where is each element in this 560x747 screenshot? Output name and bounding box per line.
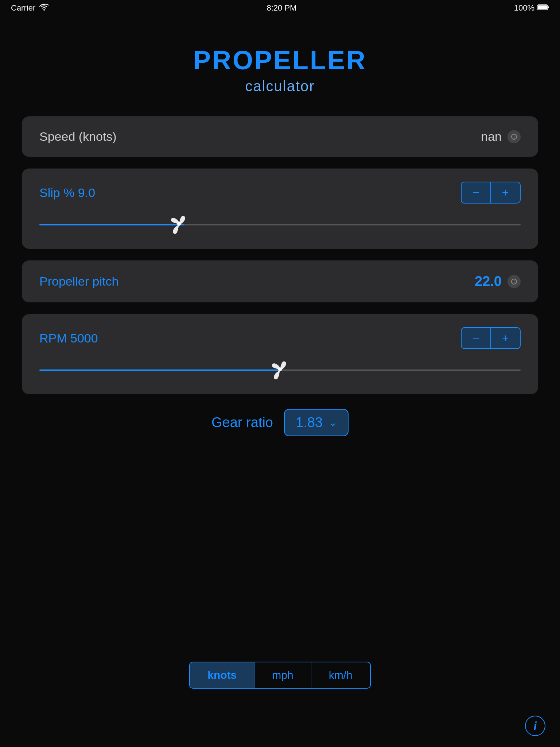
slip-increment-button[interactable]: + (491, 182, 520, 203)
rpm-header: RPM 5000 − + (39, 327, 521, 349)
app-subtitle: calculator (0, 78, 560, 94)
rpm-propeller-icon (269, 359, 291, 380)
battery-label: 100% (514, 3, 534, 13)
wifi-icon (39, 3, 49, 13)
main-content: Speed (knots) nan Slip % 9.0 − + (0, 116, 560, 394)
rpm-label: RPM 5000 (39, 331, 98, 345)
slip-label: Slip % 9.0 (39, 186, 95, 200)
pitch-value-row: 22.0 (475, 274, 521, 289)
gear-ratio-label: Gear ratio (211, 415, 273, 430)
unit-selector: knots mph km/h (0, 651, 560, 711)
info-button[interactable]: i (525, 716, 545, 736)
svg-rect-1 (538, 5, 547, 9)
speed-value-row: nan (481, 129, 521, 144)
slip-decrement-button[interactable]: − (462, 182, 491, 203)
rpm-card: RPM 5000 − + (22, 314, 538, 394)
unit-tabs: knots mph km/h (189, 662, 370, 689)
battery-icon (537, 3, 549, 13)
app-title: PROPELLER (0, 45, 560, 75)
speed-info-icon[interactable] (508, 130, 521, 143)
unit-tab-kmh[interactable]: km/h (311, 662, 370, 688)
gear-ratio-picker[interactable]: 1.83 ⌄ (284, 409, 349, 436)
pitch-value: 22.0 (475, 274, 502, 289)
gear-ratio-chevron-icon: ⌄ (328, 417, 337, 429)
slip-slider-container (39, 214, 521, 236)
gear-ratio-section: Gear ratio 1.83 ⌄ (0, 394, 560, 451)
unit-tab-knots[interactable]: knots (190, 662, 254, 688)
rpm-increment-button[interactable]: + (491, 328, 520, 348)
slip-card: Slip % 9.0 − + (22, 169, 538, 249)
rpm-slider-track[interactable] (39, 369, 521, 371)
svg-rect-2 (548, 6, 549, 8)
rpm-slider-container (39, 359, 521, 381)
carrier-label: Carrier (11, 3, 35, 13)
gear-ratio-value: 1.83 (296, 415, 323, 430)
status-time: 8:20 PM (267, 3, 297, 13)
slip-stepper: − + (461, 182, 521, 204)
unit-tab-mph[interactable]: mph (254, 662, 311, 688)
pitch-label: Propeller pitch (39, 274, 118, 289)
slip-slider-track[interactable] (39, 224, 521, 225)
slip-propeller-icon (168, 213, 190, 235)
pitch-card: Propeller pitch 22.0 (22, 260, 538, 302)
speed-label: Speed (knots) (39, 129, 117, 144)
status-bar: Carrier 8:20 PM 100% (0, 0, 560, 16)
slip-slider-thumb[interactable] (168, 213, 190, 236)
rpm-stepper: − + (461, 327, 521, 349)
app-header: PROPELLER calculator (0, 16, 560, 116)
speed-card: Speed (knots) nan (22, 116, 538, 157)
rpm-slider-thumb[interactable] (269, 359, 291, 382)
slip-header: Slip % 9.0 − + (39, 182, 521, 204)
status-right: 100% (514, 3, 549, 13)
speed-value: nan (481, 129, 502, 144)
status-left: Carrier (11, 3, 49, 13)
info-button-label: i (534, 719, 537, 733)
rpm-decrement-button[interactable]: − (462, 328, 491, 348)
pitch-info-icon[interactable] (508, 275, 521, 288)
